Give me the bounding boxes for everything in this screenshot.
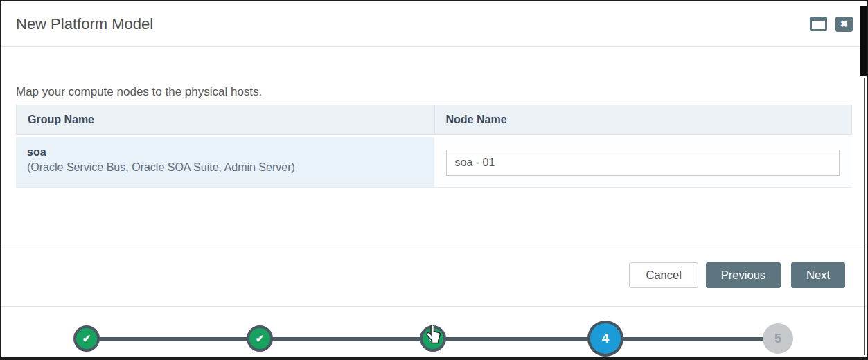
- upcoming-step-circle: 5: [763, 323, 793, 354]
- step-basic-information[interactable]: ✔ BASIC INFORMATION: [0, 307, 173, 360]
- maximize-icon[interactable]: [810, 17, 827, 31]
- column-header-node-name: Node Name: [434, 105, 852, 134]
- instruction-text: Map your compute nodes to the physical h…: [16, 85, 852, 99]
- group-detail: (Oracle Service Bus, Oracle SOA Suite, A…: [27, 161, 423, 174]
- node-name-input[interactable]: [446, 150, 840, 176]
- wizard-stepper: ✔ BASIC INFORMATION ✔ INFRASTRUCTURE ✔ C…: [1, 307, 867, 360]
- check-circle-icon[interactable]: ✔: [420, 325, 446, 352]
- step-summary: 5 SUMMARY: [691, 307, 865, 360]
- column-header-group-name: Group Name: [17, 105, 434, 134]
- check-circle-icon[interactable]: ✔: [73, 325, 100, 352]
- node-mapping-table: Group Name Node Name soa (Oracle Service…: [16, 105, 852, 188]
- window-controls: ✖: [810, 17, 853, 32]
- close-icon[interactable]: ✖: [835, 17, 853, 32]
- table-row: soa (Oracle Service Bus, Oracle SOA Suit…: [16, 137, 852, 188]
- dialog-content: Map your compute nodes to the physical h…: [1, 85, 867, 244]
- step-infrastructure[interactable]: ✔ INFRASTRUCTURE: [173, 307, 346, 360]
- table-header-row: Group Name Node Name: [16, 105, 852, 135]
- scrollbar-track: [864, 78, 865, 355]
- active-step-circle[interactable]: 4: [587, 321, 623, 357]
- new-platform-model-dialog: New Platform Model ✖ Map your compute no…: [0, 0, 868, 360]
- previous-button[interactable]: Previous: [706, 262, 781, 288]
- step-compute-to-infrastructure-mapping[interactable]: 4 COMPUTE TO INFRASTRUCTURE MAPPING: [519, 307, 692, 360]
- dialog-footer: Cancel Previous Next: [1, 244, 867, 307]
- group-name-cell: soa (Oracle Service Bus, Oracle SOA Suit…: [16, 137, 434, 187]
- dialog-header: New Platform Model ✖: [1, 1, 867, 47]
- check-circle-icon[interactable]: ✔: [247, 325, 273, 352]
- scrollbar-thumb[interactable]: [860, 6, 867, 76]
- step-compute-node-count[interactable]: ✔ COMPUTE NODE COUNT: [346, 307, 520, 360]
- group-name: soa: [27, 146, 423, 159]
- cancel-button[interactable]: Cancel: [629, 262, 698, 288]
- node-name-cell: [434, 137, 853, 187]
- dialog-title: New Platform Model: [16, 15, 153, 33]
- next-button[interactable]: Next: [791, 262, 845, 288]
